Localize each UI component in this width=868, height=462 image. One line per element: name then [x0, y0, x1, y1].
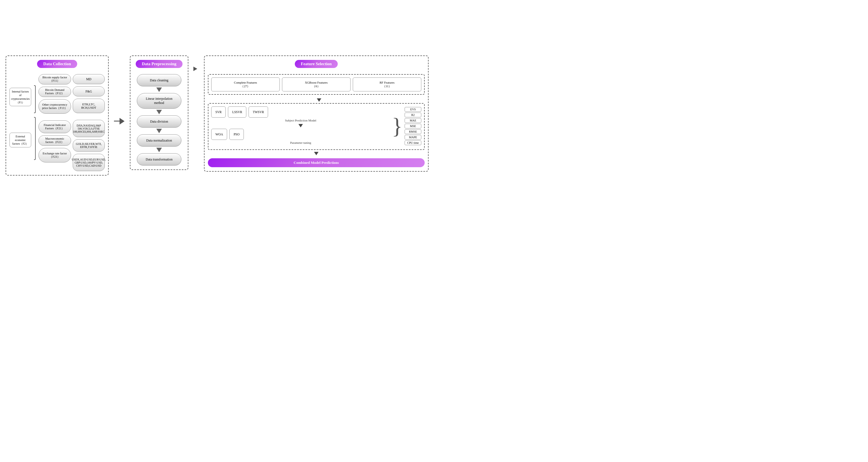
feature-rf: RF Features（11）	[353, 78, 421, 91]
factor-f11: Bitcoin supply factor（F11）	[38, 74, 71, 85]
metric-r2: R2	[405, 113, 421, 117]
models-and-params: SVR LSSVR TWSVR Subject Prediction Model…	[211, 106, 390, 146]
right-brace-icon: }	[392, 116, 402, 136]
value-gold: GOLD,SILVER,WTI,EFFR,T10YIE	[73, 139, 105, 152]
internal-factors-box: Internal factors of cryptocurrencies（F1）	[9, 88, 31, 106]
feature-complete: Complete Features（27）	[211, 78, 280, 91]
arrow-4	[156, 148, 162, 152]
factor-f21: Financial Indicator Factors（F21）	[38, 120, 71, 133]
value-djia: DJIA,NASDAQ,S&P 500,VIXCLS,FTSE 100,HSCE…	[73, 120, 105, 137]
arrow-1	[156, 88, 162, 92]
arrow-col2-col3	[193, 67, 199, 71]
param-pso: PSO	[229, 129, 244, 140]
metric-rmse: RMSE	[405, 129, 421, 134]
param-tuning-row: WOA PSO	[211, 129, 390, 140]
feature-selection-title: Feature Selection	[295, 60, 338, 68]
step-linear-interpolation: Linear interpolation method	[137, 93, 181, 109]
preprocessing-flow: Data cleaning Linear interpolation metho…	[134, 74, 184, 165]
value-md: MD	[73, 74, 105, 84]
value-usdx: USDX,AUD\USD,EUR\USD,GBP\USD,100JPY\USD,…	[73, 154, 105, 171]
metric-mae: MAE	[405, 118, 421, 123]
prediction-model-label: Subject Prediction Model	[211, 119, 390, 122]
metric-mape: MAPE	[405, 135, 421, 140]
data-collection-panel: Data Collection Internal factors of cryp…	[6, 56, 109, 176]
arrow-3	[156, 129, 162, 133]
factor-groups-left: Internal factors of cryptocurrencies（F1）…	[9, 74, 31, 171]
factor-values: MD F&G ETH,LTC,BCH,USDT DJIA,NASDAQ,S&P …	[73, 74, 105, 171]
param-woa: WOA	[211, 129, 227, 140]
external-factors-box: External economic factors（F2）	[9, 133, 31, 147]
factor-f12: Bitcoin Demand Factors（F12）	[38, 87, 71, 97]
down-arrow-features	[208, 97, 425, 102]
models-row: SVR LSSVR TWSVR Subject Prediction Model…	[211, 106, 421, 146]
step-data-normalization: Data normalization	[137, 134, 181, 147]
step-data-division: Data division	[137, 115, 181, 128]
step-data-cleaning: Data cleaning	[137, 74, 181, 86]
param-tuning-label: Parameter tuning	[211, 141, 390, 144]
model-lssvr: LSSVR	[228, 106, 246, 118]
data-collection-title: Data Collection	[37, 60, 77, 68]
feature-xgboost: XGBoost Features（6）	[282, 78, 350, 91]
features-subpanel: Complete Features（27） XGBoost Features（6…	[208, 74, 425, 95]
feature-selection-panel: Feature Selection Complete Features（27） …	[204, 56, 429, 172]
metric-mse: MSE	[405, 124, 421, 128]
prediction-models-row: SVR LSSVR TWSVR	[211, 106, 390, 118]
arrow-to-combined	[208, 151, 425, 156]
main-diagram: Data Collection Internal factors of cryp…	[6, 56, 429, 176]
combined-predictions: Combined Model Predictions	[208, 158, 425, 167]
step-data-transformation: Data transformation	[137, 153, 181, 165]
models-subpanel: SVR LSSVR TWSVR Subject Prediction Model…	[208, 103, 425, 150]
arrow-model-to-param	[211, 123, 390, 128]
metric-evs: EVS	[405, 107, 421, 112]
model-twsvr: TWSVR	[249, 106, 268, 118]
factor-f13: Other cryptocurrency price factors（F13）	[38, 99, 71, 114]
value-eth: ETH,LTC,BCH,USDT	[73, 99, 105, 113]
factor-f23: Exchange rate factor（F23）	[38, 148, 71, 162]
arrow-2	[156, 110, 162, 114]
metric-cpu: CPU time	[405, 141, 421, 145]
factor-f22: Macroeconomic factors（F22）	[38, 135, 71, 146]
metrics-list: EVS R2 MAE MSE RMSE MAPE CPU time	[405, 107, 421, 145]
data-preprocessing-title: Data Preprocessing	[136, 60, 183, 68]
combined-title-label: Combined Model Predictions	[208, 158, 425, 167]
value-fg: F&G	[73, 86, 105, 96]
left-brace	[33, 74, 37, 171]
feature-boxes-row: Complete Features（27） XGBoost Features（6…	[211, 78, 421, 91]
metrics-group: } EVS R2 MAE MSE RMSE MAPE CPU time	[392, 107, 421, 145]
arrow-col1-col2	[114, 118, 125, 125]
data-preprocessing-panel: Data Preprocessing Data cleaning Linear …	[130, 56, 188, 170]
factor-pills: Bitcoin supply factor（F11） Bitcoin Deman…	[38, 74, 71, 171]
model-svr: SVR	[211, 106, 226, 118]
